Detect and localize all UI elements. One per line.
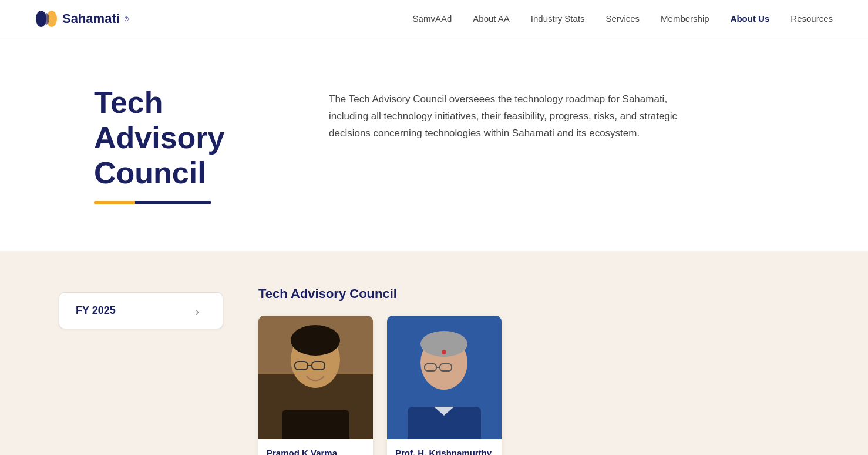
svg-point-2 xyxy=(43,13,49,25)
member-info-2: Prof. H. Krishnamurthy Chief Research Sc… xyxy=(387,439,502,455)
hero-description: The Tech Advisory Council overseees the … xyxy=(329,91,693,142)
hero-left: Tech Advisory Council xyxy=(35,85,282,204)
logo[interactable]: Sahamati® xyxy=(35,9,129,28)
hero-title: Tech Advisory Council xyxy=(94,85,282,190)
svg-point-6 xyxy=(291,325,340,356)
hero-underline xyxy=(94,201,211,204)
main-nav: SamvAAd About AA Industry Stats Services… xyxy=(413,14,833,24)
logo-text: Sahamati xyxy=(62,11,120,26)
nav-resources[interactable]: Resources xyxy=(790,14,833,24)
svg-point-14 xyxy=(442,350,446,354)
nav-membership[interactable]: Membership xyxy=(661,14,709,24)
nav-about-us[interactable]: About Us xyxy=(731,14,770,24)
underline-orange xyxy=(94,201,135,204)
lower-section: FY 2025 › Tech Advisory Council xyxy=(0,251,868,455)
nav-samvaad[interactable]: SamvAAd xyxy=(413,14,452,24)
nav-about-aa[interactable]: About AA xyxy=(473,14,510,24)
council-section-title: Tech Advisory Council xyxy=(258,286,833,302)
council-section: Tech Advisory Council xyxy=(258,286,833,455)
hero-section: Tech Advisory Council The Tech Advisory … xyxy=(0,38,868,251)
fy-dropdown[interactable]: FY 2025 › xyxy=(59,292,223,329)
member-info-1: Pramod K Varma CTO Ekstep Foundation xyxy=(258,439,373,455)
nav-services[interactable]: Services xyxy=(606,14,640,24)
lower-inner: FY 2025 › Tech Advisory Council xyxy=(35,286,833,455)
council-cards: Pramod K Varma CTO Ekstep Foundation xyxy=(258,316,833,455)
member-name-1: Pramod K Varma xyxy=(267,447,365,455)
fy-label: FY 2025 xyxy=(76,305,116,317)
header: Sahamati® SamvAAd About AA Industry Stat… xyxy=(0,0,868,38)
member-card-1: Pramod K Varma CTO Ekstep Foundation xyxy=(258,316,373,455)
nav-industry-stats[interactable]: Industry Stats xyxy=(531,14,585,24)
underline-navy xyxy=(135,201,211,204)
svg-rect-10 xyxy=(282,410,349,439)
logo-reg: ® xyxy=(125,16,129,22)
hero-right: The Tech Advisory Council overseees the … xyxy=(282,85,833,142)
member-name-2: Prof. H. Krishnamurthy xyxy=(395,447,493,455)
fy-selector: FY 2025 › xyxy=(59,292,223,329)
member-card-2: Prof. H. Krishnamurthy Chief Research Sc… xyxy=(387,316,502,455)
member-photo-1 xyxy=(258,316,373,439)
member-photo-2 xyxy=(387,316,502,439)
chevron-right-icon: › xyxy=(196,306,206,316)
